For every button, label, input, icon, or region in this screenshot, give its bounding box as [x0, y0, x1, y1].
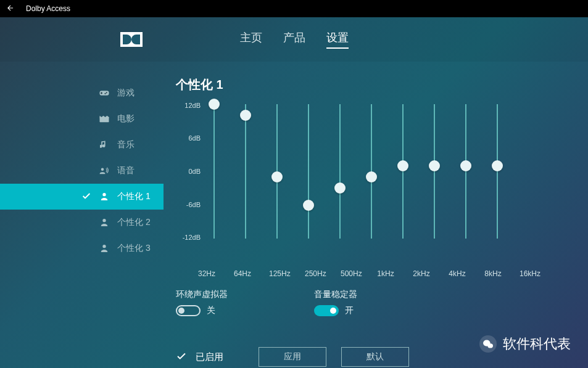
sidebar-item-label: 个性化 3	[117, 243, 151, 254]
eq-freq-label: 64Hz	[233, 269, 252, 278]
sidebar-item-movie[interactable]: 电影	[0, 106, 164, 132]
svg-point-10	[102, 245, 106, 248]
eq-slider[interactable]	[335, 104, 345, 239]
svg-point-7	[101, 168, 104, 171]
eq-freq-label: 250Hz	[305, 269, 323, 278]
back-button[interactable]	[6, 4, 15, 14]
header: 主页 产品 设置	[0, 17, 588, 62]
person-icon	[99, 191, 110, 202]
volume-leveler-toggle[interactable]	[314, 305, 339, 316]
tab-products[interactable]: 产品	[283, 30, 305, 49]
content: 游戏 电影 音乐 语音 个性化 1	[0, 62, 588, 368]
sidebar-item-custom-1[interactable]: 个性化 1	[0, 184, 164, 210]
svg-point-4	[106, 92, 107, 93]
main-panel: 个性化 1 12dB 6dB 0dB -6dB -12dB 32Hz64Hz12…	[164, 62, 588, 368]
volume-leveler-toggle-group: 音量稳定器 开	[314, 289, 357, 316]
sidebar-item-label: 个性化 2	[117, 217, 151, 228]
eq-slider[interactable]	[209, 104, 219, 239]
svg-point-5	[104, 93, 106, 94]
eq-db-label: 6dB	[188, 134, 201, 142]
volume-leveler-title: 音量稳定器	[314, 289, 357, 300]
svg-rect-3	[101, 92, 102, 94]
eq-sliders	[207, 104, 569, 263]
eq-slider[interactable]	[429, 104, 439, 239]
eq-freq-label: 500Hz	[341, 269, 359, 278]
sidebar-item-custom-2[interactable]: 个性化 2	[0, 210, 164, 235]
nav-tabs: 主页 产品 设置	[240, 30, 349, 49]
sidebar: 游戏 电影 音乐 语音 个性化 1	[0, 62, 164, 368]
eq-db-label: -6dB	[186, 201, 201, 208]
titlebar: Dolby Access	[0, 0, 588, 17]
default-button[interactable]: 默认	[341, 347, 409, 367]
sidebar-item-label: 游戏	[117, 88, 135, 99]
wechat-icon	[479, 335, 497, 353]
apply-button[interactable]: 应用	[259, 347, 326, 367]
eq-slider[interactable]	[492, 104, 502, 239]
surround-title: 环绕声虚拟器	[176, 289, 228, 300]
eq-slider[interactable]	[304, 104, 313, 239]
eq-slider[interactable]	[461, 104, 471, 239]
gamepad-icon	[99, 88, 110, 99]
page-title: 个性化 1	[176, 76, 569, 93]
volume-leveler-state-label: 开	[345, 305, 354, 316]
voice-icon	[99, 165, 110, 176]
sidebar-item-label: 个性化 1	[117, 191, 151, 202]
eq-db-label: 0dB	[188, 168, 201, 175]
eq-freq-label: 4kHz	[448, 269, 466, 278]
check-icon	[81, 191, 91, 203]
app-title: Dolby Access	[26, 4, 70, 13]
surround-toggle-group: 环绕声虚拟器 关	[176, 289, 228, 316]
eq-db-label: 12dB	[184, 102, 201, 109]
movie-icon	[99, 113, 110, 125]
sidebar-item-game[interactable]: 游戏	[0, 80, 164, 106]
check-icon	[176, 351, 187, 364]
sidebar-item-label: 电影	[117, 113, 135, 125]
eq-freq-label: 1kHz	[376, 269, 395, 278]
music-icon	[99, 139, 110, 150]
enabled-status: 已启用	[176, 351, 244, 364]
toggles-row: 环绕声虚拟器 关 音量稳定器 开	[176, 289, 569, 316]
sidebar-item-voice[interactable]: 语音	[0, 158, 164, 184]
svg-point-9	[102, 219, 106, 222]
eq-freq-label: 32Hz	[197, 269, 216, 278]
eq-db-label: -12dB	[183, 234, 201, 241]
sidebar-item-music[interactable]: 音乐	[0, 132, 164, 158]
eq-freq-label: 16kHz	[520, 269, 538, 278]
eq-db-labels: 12dB 6dB 0dB -6dB -12dB	[176, 104, 207, 263]
person-icon	[99, 217, 110, 228]
svg-point-8	[102, 193, 106, 196]
eq-slider[interactable]	[241, 104, 251, 239]
watermark-text: 软件科代表	[503, 335, 571, 353]
eq-freq-labels: 32Hz64Hz125Hz250Hz500Hz1kHz2kHz4kHz8kHz1…	[176, 269, 569, 278]
tab-settings[interactable]: 设置	[326, 30, 349, 49]
sidebar-item-label: 语音	[117, 165, 135, 176]
enabled-label: 已启用	[196, 351, 223, 363]
tab-home[interactable]: 主页	[240, 30, 262, 49]
sidebar-item-custom-3[interactable]: 个性化 3	[0, 235, 164, 261]
eq-freq-label: 2kHz	[412, 269, 431, 278]
svg-point-12	[487, 343, 493, 348]
person-icon	[99, 243, 110, 254]
sidebar-item-label: 音乐	[117, 139, 135, 150]
eq-slider[interactable]	[366, 104, 376, 239]
equalizer: 12dB 6dB 0dB -6dB -12dB	[176, 104, 569, 263]
surround-toggle[interactable]	[176, 305, 201, 316]
eq-slider[interactable]	[398, 104, 408, 239]
eq-freq-label: 8kHz	[484, 269, 502, 278]
eq-slider[interactable]	[272, 104, 282, 239]
eq-freq-label: 125Hz	[269, 269, 288, 278]
dolby-logo-icon	[120, 32, 143, 47]
surround-state-label: 关	[207, 305, 215, 316]
watermark: 软件科代表	[479, 335, 571, 353]
